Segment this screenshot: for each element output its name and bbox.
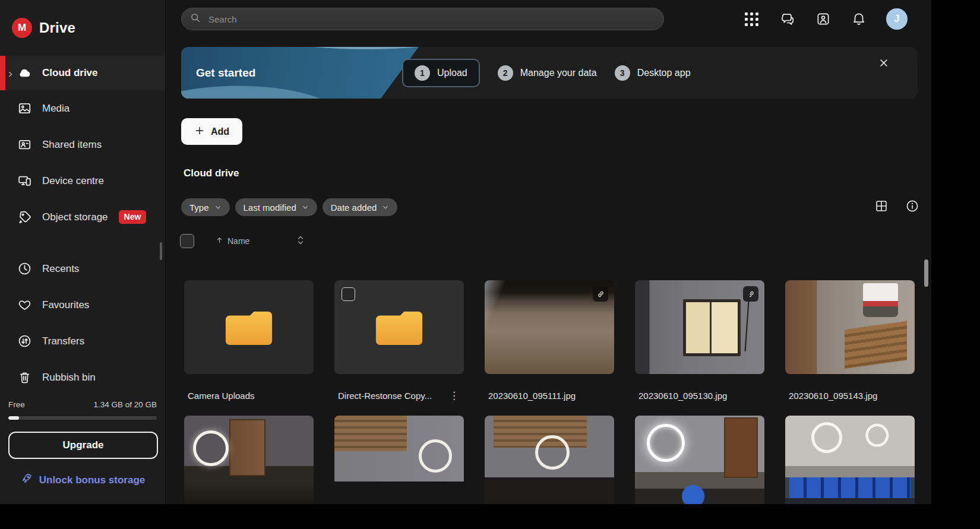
- onboarding-step-manage-your-data[interactable]: 2Manage your data: [498, 65, 597, 81]
- chat-icon[interactable]: [779, 11, 795, 27]
- new-badge: New: [119, 210, 147, 224]
- sidebar-item-media[interactable]: Media: [0, 90, 165, 126]
- link-icon[interactable]: [593, 286, 608, 302]
- info-icon[interactable]: [905, 198, 919, 213]
- close-icon[interactable]: [876, 55, 892, 71]
- item-name: 20230610_095130.jpg: [638, 391, 727, 401]
- shared-icon: [17, 137, 32, 153]
- filter-label: Last modified: [244, 202, 296, 213]
- search-bar[interactable]: [181, 8, 664, 30]
- unlock-bonus-link[interactable]: Unlock bonus storage: [0, 472, 165, 488]
- sidebar: M Drive Cloud driveMediaShared itemsDevi…: [0, 0, 166, 504]
- brand-logo[interactable]: M Drive: [0, 0, 165, 56]
- sidebar-item-label: Device centre: [42, 175, 104, 187]
- step-number: 3: [615, 65, 630, 81]
- image-tile: [635, 416, 764, 504]
- chevron-right-icon: [7, 69, 14, 77]
- sidebar-item-label: Media: [42, 103, 69, 115]
- banner-title: Get started: [196, 66, 255, 80]
- sidebar-item-device-centre[interactable]: Device centre: [0, 163, 165, 199]
- step-label: Manage your data: [520, 68, 597, 78]
- mega-logo-icon: M: [12, 18, 32, 38]
- filter-label: Date added: [331, 202, 377, 213]
- upgrade-button[interactable]: Upgrade: [8, 432, 158, 459]
- image-tile: [485, 416, 614, 504]
- sidebar-item-rubbish-bin[interactable]: Rubbish bin: [0, 359, 165, 395]
- sort-arrow-up-icon: [216, 236, 223, 246]
- photo-thumbnail[interactable]: [184, 416, 314, 504]
- onboarding-step-upload[interactable]: 1Upload: [402, 59, 480, 87]
- sidebar-item-label: Transfers: [42, 335, 84, 347]
- sidebar-item-transfers[interactable]: Transfers: [0, 323, 165, 359]
- filter-last-modified[interactable]: Last modified: [235, 198, 317, 216]
- chevron-down-icon: [302, 202, 309, 213]
- image-tile: [785, 416, 915, 504]
- image-tile: 20230610_095143.jpg: [785, 280, 915, 416]
- notifications-icon[interactable]: [851, 11, 867, 27]
- sidebar-item-recents[interactable]: Recents: [0, 251, 165, 287]
- chevron-down-icon: [382, 202, 389, 213]
- sidebar-item-cloud-drive[interactable]: Cloud drive: [0, 56, 165, 90]
- user-avatar[interactable]: J: [886, 8, 908, 30]
- search-icon: [189, 12, 201, 26]
- image-tile: [334, 416, 464, 504]
- list-header: Name: [180, 234, 304, 248]
- link-icon[interactable]: [743, 286, 758, 302]
- sort-direction-icon[interactable]: [297, 235, 304, 248]
- recents-icon: [17, 261, 32, 277]
- search-input[interactable]: [207, 14, 656, 25]
- sidebar-item-label: Shared items: [42, 139, 102, 151]
- get-started-banner: Get started 1Upload2Manage your data3Des…: [181, 47, 918, 99]
- step-number: 1: [415, 65, 430, 81]
- filter-bar: TypeLast modifiedDate added: [181, 198, 397, 216]
- photo-thumbnail[interactable]: [635, 280, 764, 374]
- storage-usage: 1.34 GB of 20 GB: [93, 400, 157, 409]
- storage-progress-bar: [8, 416, 157, 420]
- select-all-checkbox[interactable]: [180, 234, 194, 248]
- scrollbar-thumb[interactable]: [924, 259, 928, 287]
- image-tile: 20230610_095111.jpg: [485, 280, 614, 416]
- folder-thumbnail[interactable]: [184, 280, 314, 374]
- photo-thumbnail[interactable]: [785, 416, 915, 504]
- folder-thumbnail[interactable]: [334, 280, 464, 374]
- favourites-icon: [17, 297, 32, 313]
- folder-tile: Direct-Restonse Copy...⋮: [334, 280, 464, 416]
- item-name: Direct-Restonse Copy...: [338, 391, 432, 401]
- sidebar-item-favourites[interactable]: Favourites: [0, 287, 165, 323]
- sidebar-resize-handle[interactable]: [160, 242, 162, 260]
- sort-by-name[interactable]: Name: [216, 236, 249, 246]
- filter-type[interactable]: Type: [181, 198, 230, 216]
- main-area: J Get started 1Upload2Manage your data3D…: [166, 0, 931, 504]
- step-number: 2: [498, 65, 513, 81]
- plus-icon: [194, 125, 205, 138]
- rocket-icon: [20, 472, 33, 488]
- sidebar-nav: Cloud driveMediaShared itemsDevice centr…: [0, 56, 165, 395]
- item-checkbox[interactable]: [342, 287, 355, 301]
- page-title: Cloud drive: [184, 167, 239, 179]
- step-label: Desktop app: [637, 68, 691, 78]
- filter-date-added[interactable]: Date added: [323, 198, 398, 216]
- photo-thumbnail[interactable]: [334, 416, 464, 504]
- photo-thumbnail[interactable]: [485, 280, 614, 374]
- topbar-icon-cluster: J: [744, 7, 908, 31]
- sidebar-item-shared-items[interactable]: Shared items: [0, 126, 165, 163]
- rubbish-icon: [17, 370, 32, 385]
- onboarding-step-desktop-app[interactable]: 3Desktop app: [615, 65, 691, 81]
- sidebar-item-label: Recents: [42, 263, 79, 275]
- add-button[interactable]: Add: [181, 118, 242, 145]
- grid-view-icon[interactable]: [874, 198, 889, 213]
- photo-thumbnail[interactable]: [635, 416, 764, 504]
- folder-tile: Camera Uploads: [184, 280, 314, 416]
- photo-thumbnail[interactable]: [785, 280, 915, 374]
- contacts-icon[interactable]: [815, 11, 831, 27]
- item-name: 20230610_095143.jpg: [789, 391, 877, 401]
- image-tile: 20230610_095130.jpg: [635, 280, 764, 416]
- apps-grid-icon[interactable]: [744, 11, 760, 27]
- kebab-menu-icon[interactable]: ⋮: [447, 391, 461, 401]
- photo-thumbnail[interactable]: [485, 416, 614, 504]
- devices-icon: [17, 173, 32, 189]
- sidebar-item-object-storage[interactable]: Object storageNew: [0, 199, 165, 235]
- view-controls: [874, 198, 919, 213]
- cloud-icon: [17, 65, 32, 81]
- filter-label: Type: [189, 202, 209, 213]
